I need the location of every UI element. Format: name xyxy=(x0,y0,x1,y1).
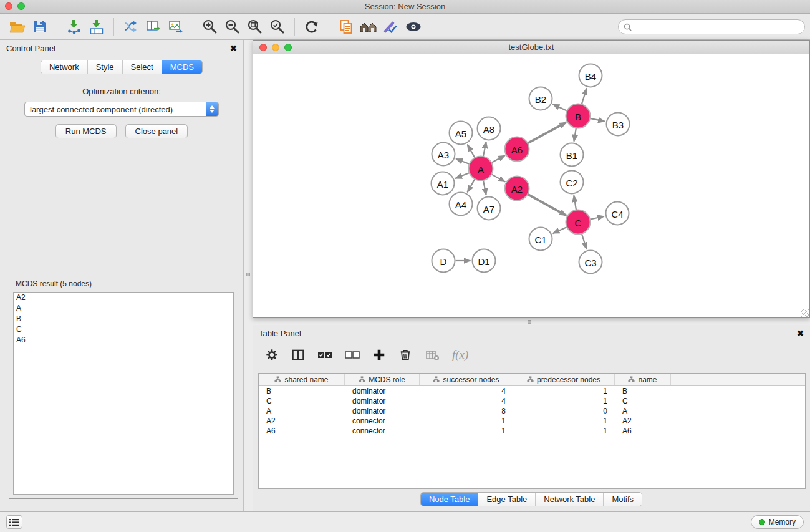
edge-C-C4[interactable] xyxy=(590,216,604,220)
column-header-MCDS-role[interactable]: MCDS role xyxy=(345,374,420,385)
graph-node-C4[interactable]: C4 xyxy=(606,202,629,225)
edge-A-A1[interactable] xyxy=(455,173,470,178)
show-columns-button[interactable] xyxy=(291,348,305,362)
edge-B-B3[interactable] xyxy=(590,118,605,122)
window-resize-grip[interactable] xyxy=(801,309,809,317)
zoom-fit-button[interactable] xyxy=(244,16,266,37)
graph-node-A7[interactable]: A7 xyxy=(478,197,501,220)
edge-A-A2[interactable] xyxy=(491,174,505,181)
close-network-window-button[interactable] xyxy=(259,44,267,51)
tab-select[interactable]: Select xyxy=(123,60,162,74)
delete-row-button[interactable] xyxy=(398,348,412,362)
mcds-result-item[interactable]: A6 xyxy=(14,335,233,346)
mcds-result-item[interactable]: B xyxy=(14,314,233,324)
column-header-predecessor-nodes[interactable]: predecessor nodes xyxy=(513,374,615,385)
edge-C-C2[interactable] xyxy=(574,195,576,210)
edge-A-A8[interactable] xyxy=(483,142,486,157)
tab-network-table[interactable]: Network Table xyxy=(536,493,604,506)
graph-node-A8[interactable]: A8 xyxy=(478,117,501,140)
mcds-result-item[interactable]: A2 xyxy=(14,293,233,303)
open-session-button[interactable] xyxy=(6,16,29,37)
graph-node-A1[interactable]: A1 xyxy=(432,172,455,195)
save-session-button[interactable] xyxy=(29,16,51,37)
zoom-network-window-button[interactable] xyxy=(284,44,292,51)
mcds-result-list[interactable]: A2ABCA6 xyxy=(13,292,234,495)
graph-node-C1[interactable]: C1 xyxy=(529,228,552,251)
table-row[interactable]: Cdominator41C xyxy=(259,396,805,406)
tab-motifs[interactable]: Motifs xyxy=(604,493,642,506)
close-panel-icon[interactable]: ✖ xyxy=(230,44,237,52)
column-header-shared-name[interactable]: shared name xyxy=(259,374,345,385)
table-row[interactable]: Bdominator41B xyxy=(259,386,805,396)
close-panel-button[interactable]: Close panel xyxy=(125,124,188,138)
tab-node-table[interactable]: Node Table xyxy=(421,493,479,506)
horizontal-splitter-grip[interactable] xyxy=(528,320,531,324)
edge-C-C1[interactable] xyxy=(553,227,567,233)
edge-A-A7[interactable] xyxy=(483,180,486,195)
network-canvas[interactable]: B4B2BB3A5A8A6B1A3AC2A1A2A4A7C4CC1C3DD1 xyxy=(253,55,809,317)
vertical-splitter-grip[interactable] xyxy=(246,273,250,276)
search-box[interactable] xyxy=(618,19,805,34)
first-neighbors-button[interactable] xyxy=(357,16,380,37)
edge-A-A5[interactable] xyxy=(468,145,475,158)
export-image-button[interactable] xyxy=(165,16,187,37)
zoom-selected-button[interactable] xyxy=(266,16,289,37)
show-hide-graphics-button[interactable] xyxy=(402,16,425,37)
close-table-panel-icon[interactable]: ✖ xyxy=(797,329,804,337)
table-row[interactable]: A6connector11A6 xyxy=(259,426,805,436)
edge-B-B1[interactable] xyxy=(574,128,576,142)
graph-node-A4[interactable]: A4 xyxy=(450,193,473,216)
float-panel-icon[interactable] xyxy=(219,46,224,51)
export-table-button[interactable] xyxy=(142,16,165,37)
zoom-window-button[interactable] xyxy=(17,2,25,10)
memory-button[interactable]: Memory xyxy=(751,515,804,529)
graph-node-B2[interactable]: B2 xyxy=(529,87,552,110)
mcds-result-item[interactable]: C xyxy=(14,324,233,335)
graph-node-B4[interactable]: B4 xyxy=(579,64,602,87)
zoom-out-button[interactable] xyxy=(221,16,244,37)
graph-node-C2[interactable]: C2 xyxy=(561,171,584,194)
task-history-button[interactable] xyxy=(6,515,22,529)
edge-A-A4[interactable] xyxy=(468,179,475,192)
column-settings-button[interactable] xyxy=(265,348,279,362)
import-network-button[interactable] xyxy=(63,16,85,37)
copy-button[interactable] xyxy=(335,16,357,37)
zoom-in-button[interactable] xyxy=(199,16,221,37)
column-header-successor-nodes[interactable]: successor nodes xyxy=(420,374,513,385)
edge-B-B2[interactable] xyxy=(553,104,567,111)
apply-style-button[interactable] xyxy=(380,16,402,37)
mcds-result-item[interactable]: A xyxy=(14,303,233,314)
graph-node-D[interactable]: D xyxy=(432,249,455,273)
graph-node-B[interactable]: B xyxy=(566,104,591,128)
graph-node-C3[interactable]: C3 xyxy=(579,251,602,274)
deselect-all-button[interactable] xyxy=(345,349,360,360)
network-graph[interactable]: B4B2BB3A5A8A6B1A3AC2A1A2A4A7C4CC1C3DD1 xyxy=(253,55,809,317)
edge-A6-B[interactable] xyxy=(528,122,566,143)
edge-C-C3[interactable] xyxy=(582,234,587,249)
graph-node-B1[interactable]: B1 xyxy=(561,143,584,167)
column-header-name[interactable]: name xyxy=(615,374,671,385)
edge-A2-C[interactable] xyxy=(528,194,566,215)
edge-B-B4[interactable] xyxy=(582,89,587,105)
minimize-network-window-button[interactable] xyxy=(272,44,279,51)
criterion-dropdown[interactable]: largest connected component (directed) xyxy=(24,102,219,117)
graph-node-C[interactable]: C xyxy=(566,210,591,235)
graph-node-A3[interactable]: A3 xyxy=(432,143,455,166)
graph-node-A[interactable]: A xyxy=(469,157,493,181)
float-table-panel-icon[interactable] xyxy=(786,331,791,336)
export-network-button[interactable] xyxy=(120,16,142,37)
run-mcds-button[interactable]: Run MCDS xyxy=(55,124,117,138)
graph-node-D1[interactable]: D1 xyxy=(473,249,496,273)
graph-node-A6[interactable]: A6 xyxy=(505,137,529,162)
graph-node-A5[interactable]: A5 xyxy=(450,122,473,145)
apply-layout-button[interactable] xyxy=(301,16,323,37)
table-row[interactable]: Adominator80A xyxy=(259,406,805,416)
select-all-button[interactable] xyxy=(317,349,332,360)
tab-style[interactable]: Style xyxy=(88,60,123,74)
edge-A-A6[interactable] xyxy=(491,155,505,163)
search-input[interactable] xyxy=(635,22,799,32)
function-builder-button[interactable]: f(x) xyxy=(452,348,468,362)
graph-node-B3[interactable]: B3 xyxy=(607,113,630,136)
close-window-button[interactable] xyxy=(5,2,12,10)
tab-edge-table[interactable]: Edge Table xyxy=(478,493,536,506)
